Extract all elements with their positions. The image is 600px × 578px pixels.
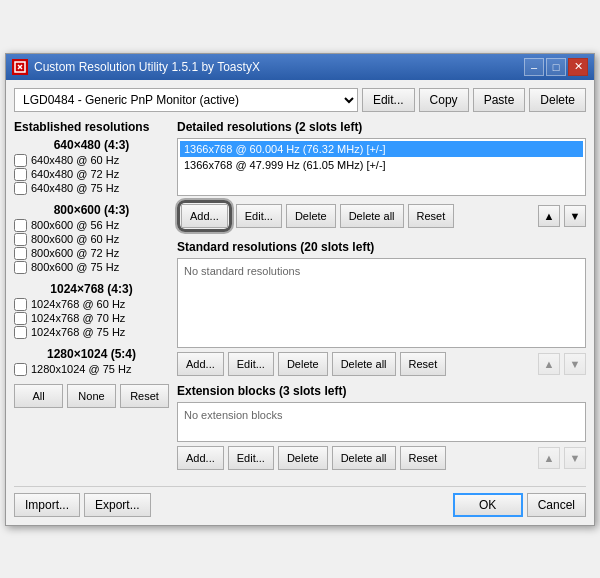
resolution-group-800: 800×600 (4:3) 800x600 @ 56 Hz 800x600 @ …: [14, 203, 169, 274]
resolution-group-1280: 1280×1024 (5:4) 1280x1024 @ 75 Hz: [14, 347, 169, 376]
edit-standard-button[interactable]: Edit...: [228, 352, 274, 376]
list-item[interactable]: 1366x768 @ 60.004 Hz (76.32 MHz) [+/-]: [180, 141, 583, 157]
res-checkbox-1024-70[interactable]: [14, 312, 27, 325]
list-item: 640x480 @ 75 Hz: [14, 182, 169, 195]
res-label-640-72: 640x480 @ 72 Hz: [31, 168, 119, 180]
res-checkbox-800-60[interactable]: [14, 233, 27, 246]
standard-section: Standard resolutions (20 slots left) No …: [177, 240, 586, 376]
delete-all-detailed-button[interactable]: Delete all: [340, 204, 404, 228]
all-button[interactable]: All: [14, 384, 63, 408]
list-item: 1024x768 @ 60 Hz: [14, 298, 169, 311]
list-item: 640x480 @ 60 Hz: [14, 154, 169, 167]
list-item: 800x600 @ 72 Hz: [14, 247, 169, 260]
extension-section: Extension blocks (3 slots left) No exten…: [177, 384, 586, 470]
list-item[interactable]: 1366x768 @ 47.999 Hz (61.05 MHz) [+/-]: [180, 157, 583, 173]
close-button[interactable]: ✕: [568, 58, 588, 76]
delete-detailed-button[interactable]: Delete: [286, 204, 336, 228]
main-content: Established resolutions 640×480 (4:3) 64…: [14, 120, 586, 478]
list-item: 800x600 @ 60 Hz: [14, 233, 169, 246]
res-label-800-60: 800x600 @ 60 Hz: [31, 233, 119, 245]
res-label-1280-75: 1280x1024 @ 75 Hz: [31, 363, 131, 375]
res-checkbox-640-75[interactable]: [14, 182, 27, 195]
minimize-button[interactable]: –: [524, 58, 544, 76]
delete-standard-button[interactable]: Delete: [278, 352, 328, 376]
list-item: 800x600 @ 75 Hz: [14, 261, 169, 274]
res-label-1024-70: 1024x768 @ 70 Hz: [31, 312, 125, 324]
bottom-bar: Import... Export... OK Cancel: [14, 486, 586, 517]
extension-title: Extension blocks (3 slots left): [177, 384, 586, 398]
copy-button[interactable]: Copy: [419, 88, 469, 112]
move-up-extension-button[interactable]: ▲: [538, 447, 560, 469]
add-standard-button[interactable]: Add...: [177, 352, 224, 376]
res-label-640-75: 640x480 @ 75 Hz: [31, 182, 119, 194]
monitor-select[interactable]: LGD0484 - Generic PnP Monitor (active): [14, 88, 358, 112]
right-panel: Detailed resolutions (2 slots left) 1366…: [177, 120, 586, 478]
add-detailed-button-highlight: Add...: [177, 200, 232, 232]
move-down-extension-button[interactable]: ▼: [564, 447, 586, 469]
res-label-640-60: 640x480 @ 60 Hz: [31, 154, 119, 166]
window-title: Custom Resolution Utility 1.5.1 by Toast…: [34, 60, 260, 74]
ok-button[interactable]: OK: [453, 493, 523, 517]
move-up-detailed-button[interactable]: ▲: [538, 205, 560, 227]
extension-buttons: Add... Edit... Delete Delete all Reset ▲…: [177, 446, 586, 470]
res-label-800-72: 800x600 @ 72 Hz: [31, 247, 119, 259]
detailed-list[interactable]: 1366x768 @ 60.004 Hz (76.32 MHz) [+/-] 1…: [177, 138, 586, 196]
cancel-button[interactable]: Cancel: [527, 493, 586, 517]
delete-all-extension-button[interactable]: Delete all: [332, 446, 396, 470]
add-detailed-button[interactable]: Add...: [181, 204, 228, 228]
left-panel: Established resolutions 640×480 (4:3) 64…: [14, 120, 169, 478]
list-item: 1280x1024 @ 75 Hz: [14, 363, 169, 376]
edit-extension-button[interactable]: Edit...: [228, 446, 274, 470]
res-checkbox-1280-75[interactable]: [14, 363, 27, 376]
standard-list[interactable]: No standard resolutions: [177, 258, 586, 348]
res-checkbox-800-56[interactable]: [14, 219, 27, 232]
none-button[interactable]: None: [67, 384, 116, 408]
edit-monitor-button[interactable]: Edit...: [362, 88, 415, 112]
move-down-detailed-button[interactable]: ▼: [564, 205, 586, 227]
standard-buttons: Add... Edit... Delete Delete all Reset ▲…: [177, 352, 586, 376]
res-checkbox-1024-75[interactable]: [14, 326, 27, 339]
res-label-1024-75: 1024x768 @ 75 Hz: [31, 326, 125, 338]
app-icon: [12, 59, 28, 75]
res-label-800-56: 800x600 @ 56 Hz: [31, 219, 119, 231]
paste-button[interactable]: Paste: [473, 88, 526, 112]
left-bottom-buttons: All None Reset: [14, 384, 169, 408]
edit-detailed-button[interactable]: Edit...: [236, 204, 282, 228]
export-button[interactable]: Export...: [84, 493, 151, 517]
bottom-left-buttons: Import... Export...: [14, 493, 151, 517]
move-up-standard-button[interactable]: ▲: [538, 353, 560, 375]
res-checkbox-800-75[interactable]: [14, 261, 27, 274]
reset-detailed-button[interactable]: Reset: [408, 204, 455, 228]
res-label-800-75: 800x600 @ 75 Hz: [31, 261, 119, 273]
resolution-group-640: 640×480 (4:3) 640x480 @ 60 Hz 640x480 @ …: [14, 138, 169, 195]
reset-extension-button[interactable]: Reset: [400, 446, 447, 470]
extension-list[interactable]: No extension blocks: [177, 402, 586, 442]
list-item: 640x480 @ 72 Hz: [14, 168, 169, 181]
res-checkbox-640-72[interactable]: [14, 168, 27, 181]
delete-extension-button[interactable]: Delete: [278, 446, 328, 470]
delete-monitor-button[interactable]: Delete: [529, 88, 586, 112]
move-down-standard-button[interactable]: ▼: [564, 353, 586, 375]
group-label-640: 640×480 (4:3): [14, 138, 169, 152]
list-item: 800x600 @ 56 Hz: [14, 219, 169, 232]
delete-all-standard-button[interactable]: Delete all: [332, 352, 396, 376]
res-checkbox-1024-60[interactable]: [14, 298, 27, 311]
restore-button[interactable]: □: [546, 58, 566, 76]
reset-established-button[interactable]: Reset: [120, 384, 169, 408]
detailed-title: Detailed resolutions (2 slots left): [177, 120, 586, 134]
add-extension-button[interactable]: Add...: [177, 446, 224, 470]
import-button[interactable]: Import...: [14, 493, 80, 517]
res-checkbox-800-72[interactable]: [14, 247, 27, 260]
standard-title: Standard resolutions (20 slots left): [177, 240, 586, 254]
extension-empty-text: No extension blocks: [180, 405, 583, 425]
established-resolutions-title: Established resolutions: [14, 120, 169, 134]
list-item: 1024x768 @ 70 Hz: [14, 312, 169, 325]
title-bar-controls: – □ ✕: [524, 58, 588, 76]
standard-empty-text: No standard resolutions: [180, 261, 583, 281]
title-bar-left: Custom Resolution Utility 1.5.1 by Toast…: [12, 59, 260, 75]
reset-standard-button[interactable]: Reset: [400, 352, 447, 376]
res-checkbox-640-60[interactable]: [14, 154, 27, 167]
detailed-buttons: Add... Edit... Delete Delete all Reset ▲…: [177, 200, 586, 232]
group-label-800: 800×600 (4:3): [14, 203, 169, 217]
window-body: LGD0484 - Generic PnP Monitor (active) E…: [6, 80, 594, 525]
